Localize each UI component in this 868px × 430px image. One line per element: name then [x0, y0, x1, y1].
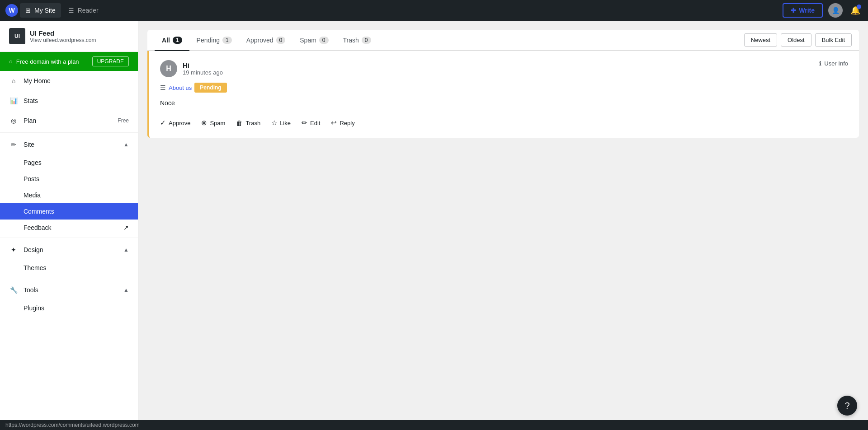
sidebar-item-pages[interactable]: Pages [0, 154, 138, 171]
top-navigation: W ⊞ My Site ☰ Reader ✚ Write 👤 🔔 [0, 0, 868, 21]
notification-badge [857, 5, 861, 9]
comment-author-name[interactable]: Hi [183, 61, 223, 69]
all-count: 1 [173, 37, 182, 44]
upgrade-banner-left: ○ Free domain with a plan [9, 58, 79, 65]
upgrade-button[interactable]: UPGRADE [92, 56, 129, 66]
main-layout: UI UI Feed View uifeed.wordpress.com ○ F… [0, 21, 868, 420]
trash-icon: 🗑 [236, 119, 243, 127]
filter-tab-trash[interactable]: Trash 0 [336, 30, 378, 51]
write-button[interactable]: ✚ Write [783, 3, 823, 18]
site-name: UI Feed [30, 29, 96, 37]
pencil-icon: ✏ [302, 119, 307, 127]
upgrade-banner-text: Free domain with a plan [16, 58, 79, 65]
top-nav-right: ✚ Write 👤 🔔 [783, 3, 863, 18]
sidebar-item-comments[interactable]: Comments [0, 203, 138, 220]
bulk-edit-button[interactable]: Bulk Edit [815, 33, 852, 47]
sidebar-item-stats[interactable]: 📊 Stats [0, 91, 138, 111]
spam-icon: ⊗ [201, 119, 207, 127]
trash-count: 0 [362, 37, 371, 44]
site-url[interactable]: View uifeed.wordpress.com [30, 37, 96, 43]
reply-action[interactable]: ↩ Reply [331, 117, 354, 129]
site-info: UI Feed View uifeed.wordpress.com [30, 29, 96, 43]
upgrade-banner: ○ Free domain with a plan UPGRADE [0, 52, 138, 71]
sidebar-item-media[interactable]: Media [0, 187, 138, 203]
divider [0, 132, 138, 133]
reader-icon: ☰ [68, 7, 74, 14]
sidebar-item-design[interactable]: ✦ Design ▲ [0, 240, 138, 260]
design-icon: ✦ [9, 245, 18, 254]
tools-icon: 🔧 [9, 285, 18, 294]
top-nav-left: W ⊞ My Site ☰ Reader [5, 3, 104, 18]
filter-tab-spam[interactable]: Spam 0 [292, 30, 335, 51]
comment-header: H Hi 19 minutes ago ℹ User Info [160, 60, 848, 77]
my-site-nav[interactable]: ⊞ My Site [20, 3, 61, 18]
edit-action[interactable]: ✏ Edit [302, 117, 320, 129]
help-button[interactable]: ? [837, 396, 857, 416]
comment-card: H Hi 19 minutes ago ℹ User Info ☰ About … [147, 51, 859, 138]
sidebar-item-plugins[interactable]: Plugins [0, 300, 138, 316]
newest-button[interactable]: Newest [744, 33, 777, 47]
sidebar-item-label: Plan [24, 117, 112, 124]
sidebar-item-label: Stats [24, 97, 129, 104]
content-area: All 1 Pending 1 Approved 0 Spam 0 Trash [138, 21, 868, 420]
trash-action[interactable]: 🗑 Trash [236, 117, 260, 129]
reply-icon: ↩ [331, 119, 337, 127]
site-nav-icon: ✏ [9, 140, 18, 149]
sidebar-item-themes[interactable]: Themes [0, 260, 138, 276]
external-link-icon: ↗ [123, 224, 129, 231]
write-plus-icon: ✚ [791, 7, 796, 14]
comment-time: 19 minutes ago [183, 69, 223, 76]
site-header: UI UI Feed View uifeed.wordpress.com [0, 21, 138, 52]
sidebar-item-label: Site [24, 141, 118, 148]
domain-icon: ○ [9, 58, 13, 65]
user-info-button[interactable]: ℹ User Info [819, 60, 848, 67]
plan-icon: ◎ [9, 116, 18, 125]
pending-count: 1 [222, 37, 232, 44]
reader-nav[interactable]: ☰ Reader [63, 3, 104, 18]
sidebar: UI UI Feed View uifeed.wordpress.com ○ F… [0, 21, 138, 420]
sidebar-item-label: My Home [24, 77, 129, 84]
plan-badge: Free [118, 117, 129, 124]
comment-avatar: H [160, 60, 177, 77]
filter-actions: Newest Oldest Bulk Edit [744, 30, 852, 50]
divider [0, 278, 138, 278]
sidebar-item-site[interactable]: ✏ Site ▲ [0, 135, 138, 154]
sidebar-item-tools[interactable]: 🔧 Tools ▲ [0, 280, 138, 300]
comment-author-info: Hi 19 minutes ago [183, 61, 223, 76]
comment-post-link: ☰ About us Pending [160, 83, 848, 93]
sidebar-item-posts[interactable]: Posts [0, 171, 138, 187]
chevron-up-icon: ▲ [123, 287, 129, 293]
sidebar-item-plan[interactable]: ◎ Plan Free [0, 111, 138, 131]
filter-tab-pending[interactable]: Pending 1 [189, 30, 239, 51]
comment-text: Noce [160, 98, 848, 108]
spam-count: 0 [319, 37, 329, 44]
filter-tabs-left: All 1 Pending 1 Approved 0 Spam 0 Trash [155, 30, 378, 50]
site-icon: UI [9, 28, 25, 44]
sidebar-item-feedback[interactable]: Feedback ↗ [0, 220, 138, 236]
chevron-up-icon: ▲ [123, 247, 129, 253]
status-url: https://wordpress.com/comments/uifeed.wo… [5, 422, 140, 428]
user-avatar[interactable]: 👤 [828, 3, 843, 18]
post-icon: ☰ [160, 84, 166, 91]
oldest-button[interactable]: Oldest [781, 33, 811, 47]
sidebar-item-label: Design [24, 246, 118, 253]
sidebar-item-label: Tools [24, 286, 118, 294]
spam-action[interactable]: ⊗ Spam [201, 117, 225, 129]
filter-tabs-bar: All 1 Pending 1 Approved 0 Spam 0 Trash [147, 30, 859, 51]
grid-icon: ⊞ [25, 7, 31, 14]
filter-tab-all[interactable]: All 1 [155, 30, 189, 51]
like-action[interactable]: ☆ Like [271, 117, 291, 129]
chevron-up-icon: ▲ [123, 141, 129, 148]
stats-icon: 📊 [9, 96, 18, 105]
filter-tab-approved[interactable]: Approved 0 [239, 30, 293, 51]
comment-author: H Hi 19 minutes ago [160, 60, 223, 77]
star-icon: ☆ [271, 119, 277, 127]
wp-logo[interactable]: W [5, 4, 18, 17]
status-bar: https://wordpress.com/comments/uifeed.wo… [0, 420, 868, 430]
approved-count: 0 [276, 37, 286, 44]
sidebar-item-my-home[interactable]: ⌂ My Home [0, 71, 138, 91]
notifications-bell[interactable]: 🔔 [848, 3, 863, 18]
comment-post-title-link[interactable]: About us [169, 84, 192, 91]
info-icon: ℹ [819, 60, 821, 67]
approve-action[interactable]: ✓ Approve [160, 117, 190, 129]
